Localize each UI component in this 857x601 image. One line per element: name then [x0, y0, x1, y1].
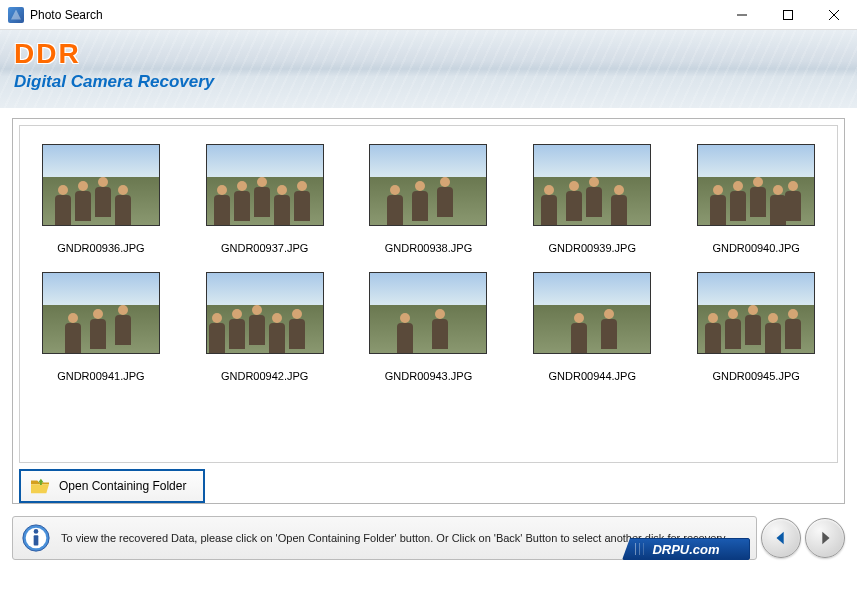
forward-button[interactable]: [805, 518, 845, 558]
thumbnail-image: [42, 144, 160, 226]
header-banner: DDR Digital Camera Recovery: [0, 30, 857, 108]
thumbnail-item[interactable]: GNDR00939.JPG: [525, 144, 659, 254]
logo-text: DDR: [14, 38, 843, 70]
svg-rect-1: [784, 10, 793, 19]
thumbnail-item[interactable]: GNDR00944.JPG: [525, 272, 659, 382]
gallery-scroll[interactable]: GNDR00936.JPGGNDR00937.JPGGNDR00938.JPGG…: [19, 125, 838, 463]
thumbnail-image: [369, 144, 487, 226]
thumbnail-image: [206, 272, 324, 354]
thumbnail-filename: GNDR00938.JPG: [385, 242, 472, 254]
drpu-badge[interactable]: DRPU.com: [622, 538, 750, 560]
thumbnail-filename: GNDR00943.JPG: [385, 370, 472, 382]
titlebar: Photo Search: [0, 0, 857, 30]
thumbnail-image: [42, 272, 160, 354]
folder-open-icon: [29, 477, 51, 495]
thumbnail-item[interactable]: GNDR00938.JPG: [362, 144, 496, 254]
thumbnail-filename: GNDR00936.JPG: [57, 242, 144, 254]
window-controls: [719, 0, 857, 30]
minimize-button[interactable]: [719, 0, 765, 30]
thumbnail-item[interactable]: GNDR00942.JPG: [198, 272, 332, 382]
thumbnail-item[interactable]: GNDR00940.JPG: [689, 144, 823, 254]
back-button[interactable]: [761, 518, 801, 558]
thumbnail-filename: GNDR00942.JPG: [221, 370, 308, 382]
thumbnail-grid: GNDR00936.JPGGNDR00937.JPGGNDR00938.JPGG…: [34, 144, 823, 382]
maximize-button[interactable]: [765, 0, 811, 30]
thumbnail-filename: GNDR00937.JPG: [221, 242, 308, 254]
open-folder-label: Open Containing Folder: [59, 479, 186, 493]
footer: To view the recovered Data, please click…: [0, 510, 857, 566]
info-icon: [21, 523, 51, 553]
window-title: Photo Search: [30, 8, 103, 22]
info-bar: To view the recovered Data, please click…: [12, 516, 757, 560]
app-icon: [8, 7, 24, 23]
thumbnail-filename: GNDR00939.JPG: [549, 242, 636, 254]
app-subtitle: Digital Camera Recovery: [14, 72, 843, 92]
open-containing-folder-button[interactable]: Open Containing Folder: [19, 469, 205, 503]
thumbnail-image: [697, 144, 815, 226]
gallery-frame: GNDR00936.JPGGNDR00937.JPGGNDR00938.JPGG…: [12, 118, 845, 504]
thumbnail-item[interactable]: GNDR00945.JPG: [689, 272, 823, 382]
thumbnail-filename: GNDR00945.JPG: [712, 370, 799, 382]
svg-point-6: [34, 529, 39, 534]
close-button[interactable]: [811, 0, 857, 30]
thumbnail-item[interactable]: GNDR00937.JPG: [198, 144, 332, 254]
thumbnail-image: [697, 272, 815, 354]
thumbnail-filename: GNDR00941.JPG: [57, 370, 144, 382]
thumbnail-image: [206, 144, 324, 226]
thumbnail-filename: GNDR00940.JPG: [712, 242, 799, 254]
thumbnail-item[interactable]: GNDR00941.JPG: [34, 272, 168, 382]
thumbnail-image: [533, 272, 651, 354]
thumbnail-image: [533, 144, 651, 226]
thumbnail-image: [369, 272, 487, 354]
thumbnail-item[interactable]: GNDR00936.JPG: [34, 144, 168, 254]
thumbnail-filename: GNDR00944.JPG: [549, 370, 636, 382]
content-area: GNDR00936.JPGGNDR00937.JPGGNDR00938.JPGG…: [0, 108, 857, 510]
thumbnail-item[interactable]: GNDR00943.JPG: [362, 272, 496, 382]
svg-rect-7: [34, 535, 39, 545]
